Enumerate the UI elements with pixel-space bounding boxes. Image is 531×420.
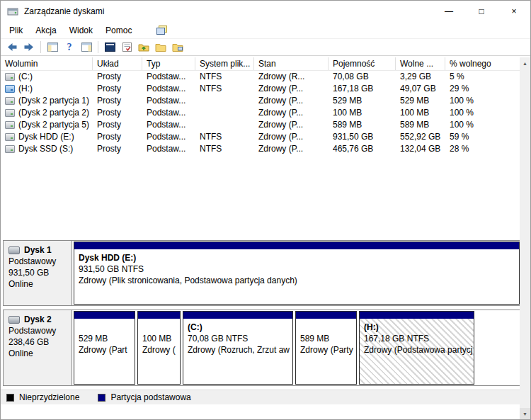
partition-e[interactable]: Dysk HDD (E:) 931,50 GB NTFS Zdrowy (Pli… <box>74 242 520 305</box>
table-cell: 3,29 GB <box>396 71 445 83</box>
table-cell: Zdrowy (P... <box>254 143 329 155</box>
menu-widok[interactable]: Widok <box>63 23 99 38</box>
partition-size: 70,08 GB NTFS <box>188 333 288 344</box>
disk-1-info[interactable]: Dysk 1 Podstawowy 931,50 GB Online <box>4 241 72 305</box>
partition-title <box>142 322 176 333</box>
disk-2-partitions: 529 MB Zdrowy (Part 100 MB Zdrowy ( (C:)… <box>73 310 520 385</box>
partition-label: 100 MB Zdrowy ( <box>138 319 180 358</box>
legend-bar: Nieprzydzielone Partycja podstawowa <box>1 390 521 404</box>
column-header-pojemnosc[interactable]: Pojemność <box>329 57 396 70</box>
partition-c[interactable]: (C:) 70,08 GB NTFS Zdrowy (Rozruch, Zrzu… <box>183 311 293 385</box>
console-window-icon[interactable] <box>101 40 118 55</box>
volume-cell: Dysk HDD (E:) <box>1 131 93 143</box>
volume-disk-icon <box>5 121 15 129</box>
menubar: Plik Akcja Widok Pomoc <box>1 22 530 38</box>
menu-plik[interactable]: Plik <box>3 23 29 38</box>
table-cell: Podstaw... <box>142 143 195 155</box>
help-icon[interactable]: ? <box>61 40 78 55</box>
maximize-button[interactable]: □ <box>465 1 498 22</box>
up-folder-icon[interactable] <box>135 40 152 55</box>
column-header-uklad[interactable]: Układ <box>93 57 142 70</box>
column-header-system-plikow[interactable]: System plik... <box>195 57 254 70</box>
scroll-up-icon[interactable]: ▲ <box>520 57 530 69</box>
partition-efi[interactable]: 100 MB Zdrowy ( <box>137 311 181 385</box>
primary-partition-swatch <box>98 394 105 402</box>
partition-title: Dysk HDD (E:) <box>79 252 515 263</box>
cascade-windows-icon[interactable] <box>156 25 167 35</box>
table-cell: NTFS <box>195 83 254 95</box>
partition-color-bar <box>138 312 180 319</box>
partition-color-bar <box>183 312 292 319</box>
minimize-button[interactable]: — <box>433 1 465 22</box>
partition-status: Zdrowy (Party <box>300 344 352 356</box>
column-header-wolumin[interactable]: Wolumin <box>1 57 93 70</box>
table-row[interactable]: (H:)ProstyPodstaw...NTFSZdrowy (P...167,… <box>1 83 521 95</box>
table-cell: 5 % <box>445 71 521 83</box>
disk-2-info[interactable]: Dysk 2 Podstawowy 238,46 GB Online <box>4 310 72 385</box>
column-header-stan[interactable]: Stan <box>254 57 329 70</box>
table-row[interactable]: (Dysk 2 partycja 2)ProstyPodstaw...Zdrow… <box>1 107 521 119</box>
disk-name: Dysk 1 <box>24 244 52 256</box>
disk-management-window: Zarządzanie dyskami — □ × Plik Akcja Wid… <box>0 0 531 420</box>
column-header-typ[interactable]: Typ <box>142 57 195 70</box>
table-row[interactable]: Dysk SSD (S:)ProstyPodstaw...NTFSZdrowy … <box>1 143 521 155</box>
close-button[interactable]: × <box>498 1 530 22</box>
table-cell: 100 MB <box>396 107 445 119</box>
table-cell: 931,50 GB <box>329 131 396 143</box>
table-cell: Prosty <box>93 131 142 143</box>
table-cell <box>195 107 254 119</box>
drive-icon <box>8 316 20 324</box>
table-cell: Zdrowy (R... <box>254 71 329 83</box>
table-cell: Podstaw... <box>142 95 195 107</box>
disk-1-partitions: Dysk HDD (E:) 931,50 GB NTFS Zdrowy (Pli… <box>73 241 520 305</box>
table-cell <box>195 119 254 131</box>
table-cell: 589 MB <box>396 119 445 131</box>
table-header: Wolumin Układ Typ System plik... Stan Po… <box>1 57 521 71</box>
table-cell: 29 % <box>445 83 521 95</box>
table-cell: 529 MB <box>329 95 396 107</box>
table-cell: 100 % <box>445 119 521 131</box>
table-cell: Podstaw... <box>142 83 195 95</box>
partition-recovery-2[interactable]: 589 MB Zdrowy (Party <box>295 311 357 385</box>
volume-cell: Dysk SSD (S:) <box>1 143 93 155</box>
table-row[interactable]: (C:)ProstyPodstaw...NTFSZdrowy (R...70,0… <box>1 71 521 83</box>
column-header-wolne[interactable]: Wolne ... <box>396 57 445 70</box>
scroll-down-icon[interactable]: ▼ <box>520 408 530 419</box>
table-cell: 28 % <box>445 143 521 155</box>
table-cell: 132,04 GB <box>396 143 445 155</box>
window-controls: — □ × <box>433 1 530 22</box>
menu-pomoc[interactable]: Pomoc <box>99 23 138 38</box>
forward-icon[interactable] <box>21 40 38 55</box>
back-icon[interactable] <box>4 40 21 55</box>
table-cell: 529 MB <box>396 95 445 107</box>
table-cell: Prosty <box>93 95 142 107</box>
table-cell: 552,92 GB <box>396 131 445 143</box>
folder-actions-icon[interactable] <box>169 40 186 55</box>
partition-h-selected[interactable]: (H:) 167,18 GB NTFS Zdrowy (Podstawowa p… <box>359 311 474 385</box>
table-row[interactable]: Dysk HDD (E:)ProstyPodstaw...NTFSZdrowy … <box>1 131 521 143</box>
titlebar: Zarządzanie dyskami — □ × <box>1 1 530 22</box>
vertical-scrollbar[interactable]: ▲ ▼ <box>520 57 530 419</box>
menu-akcja[interactable]: Akcja <box>29 23 62 38</box>
show-action-pane-icon[interactable] <box>78 40 95 55</box>
disk-1-row: Dysk 1 Podstawowy 931,50 GB Online Dysk … <box>3 240 521 306</box>
partition-recovery-1[interactable]: 529 MB Zdrowy (Part <box>74 311 135 385</box>
volume-name: (Dysk 2 partycja 5) <box>18 119 89 131</box>
table-cell: NTFS <box>195 71 254 83</box>
disk-type: Podstawowy <box>8 256 67 267</box>
drive-icon <box>8 246 20 254</box>
checklist-icon[interactable] <box>118 40 135 55</box>
show-console-tree-icon[interactable] <box>44 40 61 55</box>
partition-status: Zdrowy (Part <box>79 344 130 356</box>
disk-size: 238,46 GB <box>8 336 67 348</box>
partition-label: 529 MB Zdrowy (Part <box>74 319 135 358</box>
table-row[interactable]: (Dysk 2 partycja 1)ProstyPodstaw...Zdrow… <box>1 95 521 107</box>
partition-label: Dysk HDD (E:) 931,50 GB NTFS Zdrowy (Pli… <box>74 249 519 289</box>
table-cell: Prosty <box>93 83 142 95</box>
folder-icon[interactable] <box>152 40 169 55</box>
volume-disk-icon <box>5 145 15 153</box>
table-row[interactable]: (Dysk 2 partycja 5)ProstyPodstaw...Zdrow… <box>1 119 521 131</box>
column-header-procent-wolnego[interactable]: % wolnego <box>445 57 521 70</box>
partition-title: (H:) <box>364 322 469 333</box>
table-cell: NTFS <box>195 131 254 143</box>
